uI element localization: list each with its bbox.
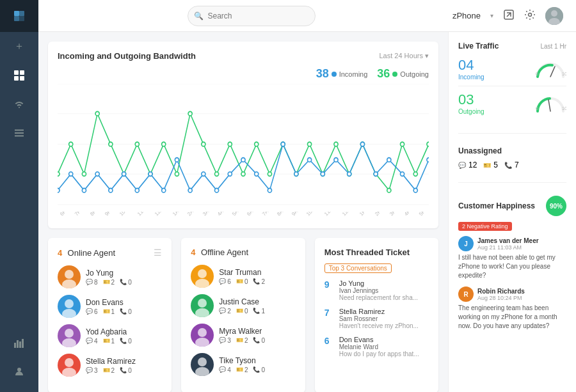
call-icon: 📞 — [253, 308, 260, 314]
customer-happiness-section: Customer Happiness 90% 2 Negative Rating… — [458, 196, 566, 337]
svg-point-59 — [82, 188, 86, 192]
agent-row: Jo Yung 💬8 🎫2 📞0 — [58, 265, 162, 288]
bandwidth-card: Incoming and Outgoing Bandwidth Last 24 … — [48, 42, 438, 228]
chat-stat: 💬4 — [86, 338, 98, 345]
chat-icon: 💬 — [86, 308, 93, 315]
offline-agents-header: 4 Offline Agent — [191, 247, 295, 257]
ticket-info: Jo Yung Ivan Jennings Need replacement f… — [339, 279, 429, 301]
svg-rect-2 — [14, 16, 19, 21]
svg-point-67 — [188, 188, 192, 192]
sidebar-item-grid[interactable] — [0, 61, 38, 90]
live-traffic-title: Live Traffic — [458, 42, 499, 51]
negative-badge: 2 Negative Rating — [458, 222, 512, 231]
chat-icon: 💬 — [219, 278, 226, 285]
ticket-stat: 🎫0 — [236, 278, 248, 285]
svg-rect-8 — [14, 343, 16, 348]
legend-outgoing: 36 Outgoing — [377, 67, 429, 81]
svg-point-85 — [427, 158, 429, 162]
ticket-row: 7 Stella Ramirez Sam Rossner Haven't rec… — [324, 308, 429, 329]
svg-point-87 — [62, 279, 76, 288]
chart-legend: 38 Incoming 36 Outgoing — [58, 67, 429, 81]
chat-icon: 💬 — [86, 338, 93, 344]
svg-point-98 — [198, 328, 207, 337]
ticket-stat: 🎫1 — [103, 308, 115, 315]
svg-point-55 — [413, 172, 417, 176]
call-stat: 📞2 — [253, 278, 265, 285]
svg-rect-4 — [14, 70, 19, 75]
bandwidth-timerange[interactable]: Last 24 Hours ▾ — [379, 52, 429, 60]
agent-name: Justin Case — [219, 297, 295, 306]
ticket-count: 6 — [324, 336, 334, 346]
ticket-count: 7 — [324, 308, 334, 318]
svg-point-96 — [198, 299, 207, 308]
svg-point-97 — [195, 308, 209, 317]
svg-point-75 — [294, 172, 298, 176]
svg-point-60 — [95, 172, 99, 176]
call-stat: 📞0 — [120, 279, 132, 286]
search-input[interactable] — [188, 6, 316, 26]
svg-rect-5 — [20, 70, 24, 75]
svg-point-79 — [348, 172, 351, 176]
svg-point-84 — [413, 188, 417, 192]
svg-point-68 — [202, 172, 205, 176]
svg-point-43 — [255, 142, 259, 146]
feedback-header-1: J James van der Meer Aug 21 11:03 AM — [458, 236, 566, 251]
sidebar-item-wifi[interactable] — [0, 90, 38, 118]
ticket-icon: 🎫 — [103, 367, 110, 373]
chart-container: 0 1 2 3 4 — [58, 84, 429, 212]
live-traffic-section: Live Traffic Last 1 Hr 04 Incoming 10 — [458, 42, 566, 120]
sidebar-item-analytics[interactable] — [0, 328, 38, 357]
svg-point-40 — [214, 172, 218, 176]
call-stat: 📞0 — [253, 337, 265, 344]
ticket-stat: 🎫2 — [236, 366, 248, 373]
call-icon: 📞 — [120, 338, 127, 344]
svg-text:10: 10 — [562, 106, 566, 111]
add-button[interactable]: ＋ — [0, 32, 38, 61]
call-unassigned-icon: 📞 — [504, 162, 512, 169]
call-icon: 📞 — [120, 279, 127, 285]
agent-info: Jo Yung 💬8 🎫2 📞0 — [86, 269, 162, 286]
svg-rect-9 — [17, 340, 19, 348]
live-traffic-timerange[interactable]: Last 1 Hr — [540, 43, 566, 50]
call-icon: 📞 — [120, 367, 127, 373]
unassigned-chat-stat: 💬 12 — [458, 161, 477, 169]
svg-point-57 — [58, 188, 60, 192]
sidebar-item-person[interactable] — [0, 357, 38, 386]
svg-text:0: 0 — [536, 106, 538, 111]
ticket-agent: Ivan Jennings — [339, 287, 429, 294]
svg-point-69 — [214, 188, 218, 192]
agent-info: Tike Tyson 💬4 🎫2 📞0 — [219, 356, 295, 373]
svg-point-70 — [228, 172, 232, 176]
chat-icon: 💬 — [219, 366, 226, 373]
svg-point-71 — [241, 158, 245, 162]
ticket-label-wrapper: Top 3 Conversations — [324, 263, 429, 279]
agent-stats: 💬2 🎫0 📞1 — [219, 308, 295, 315]
main-content: 🔍 zPhone ▾ — [38, 0, 576, 392]
outgoing-count: 36 — [377, 67, 390, 81]
call-icon: 📞 — [253, 337, 260, 343]
menu-icon[interactable]: ☰ — [154, 247, 162, 258]
feedback-name-date-2: Robin Richards Aug 28 10:24 PM — [477, 288, 525, 301]
ticket-name: Stella Ramirez — [339, 308, 429, 315]
call-stat: 📞1 — [253, 308, 265, 315]
avatar[interactable] — [545, 7, 563, 25]
share-icon[interactable] — [503, 9, 515, 23]
ticket-card-title: Most Threaded Ticket — [324, 247, 410, 257]
agent-row: Stella Ramirez 💬3 🎫2 📞0 — [58, 354, 162, 377]
svg-point-14 — [529, 13, 532, 16]
svg-rect-6 — [14, 76, 19, 81]
agent-name: Don Evans — [86, 298, 162, 307]
unassigned-section: Unassigned 💬 12 🎫 5 📞 7 — [458, 146, 566, 169]
brand-arrow[interactable]: ▾ — [490, 12, 493, 19]
legend-incoming: 38 Incoming — [316, 67, 368, 81]
svg-line-102 — [550, 67, 555, 77]
threaded-ticket-card: Most Threaded Ticket Top 3 Conversations… — [315, 238, 438, 392]
ticket-name: Jo Yung — [339, 279, 429, 287]
x-axis-labels: 6PM 7PM 8PM 9PM 10PM 11PM 12AM 1AM 2AM 3… — [58, 212, 429, 219]
chat-stat: 💬6 — [86, 308, 98, 315]
gear-icon[interactable] — [524, 9, 536, 23]
online-agent-count: 4 — [58, 248, 62, 258]
svg-point-92 — [65, 358, 74, 367]
sidebar-item-tools[interactable] — [0, 118, 38, 147]
agent-info: Justin Case 💬2 🎫0 📞1 — [219, 297, 295, 315]
